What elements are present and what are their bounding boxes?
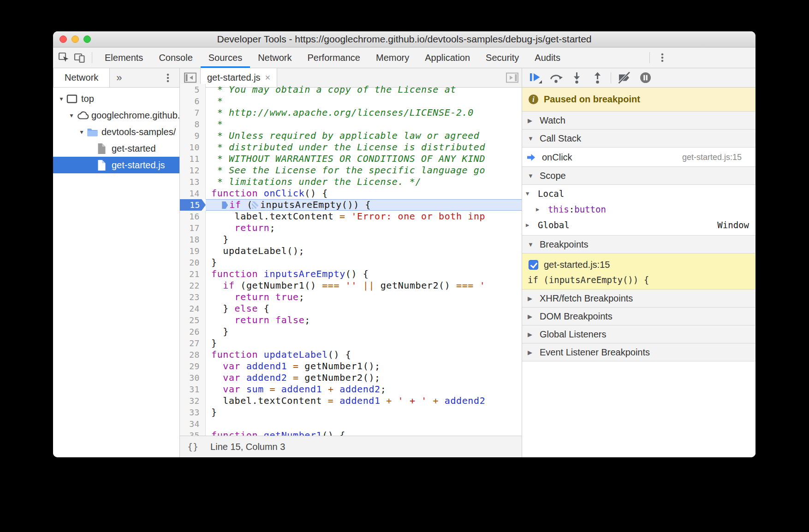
gutter-line-24[interactable]: 24 xyxy=(180,303,206,314)
chevron-down-icon: ▼ xyxy=(528,135,540,142)
gutter-line-29[interactable]: 29 xyxy=(180,361,206,372)
frame-icon xyxy=(66,94,81,104)
code-line-text: * Unless required by applicable law or a… xyxy=(206,130,522,142)
minimize-button[interactable] xyxy=(71,35,79,43)
pause-on-exceptions-icon[interactable] xyxy=(638,71,653,84)
gutter-line-20[interactable]: 20 xyxy=(180,257,206,268)
code-line-text: return false; xyxy=(206,314,522,326)
section-header-global-listeners[interactable]: ▶Global Listeners xyxy=(522,325,755,343)
section-header-breakpoints[interactable]: ▼Breakpoints xyxy=(522,235,755,254)
gutter-line-25[interactable]: 25 xyxy=(180,314,206,326)
code-line-25: 25 return false; xyxy=(180,314,522,326)
gutter-line-28[interactable]: 28 xyxy=(180,349,206,361)
tab-performance[interactable]: Performance xyxy=(300,47,369,68)
gutter-line-17[interactable]: 17 xyxy=(180,222,206,234)
code-line-text: label.textContent = addend1 + ' + ' + ad… xyxy=(206,395,522,407)
section-header-dom-breakpoints[interactable]: ▶DOM Breakpoints xyxy=(522,307,755,325)
gutter-line-12[interactable]: 12 xyxy=(180,165,206,176)
deactivate-breakpoints-icon[interactable] xyxy=(617,71,632,84)
tree-item-label: get-started xyxy=(112,143,156,154)
pretty-print-icon[interactable]: {} xyxy=(180,441,205,452)
expander-icon[interactable]: ▾ xyxy=(66,112,77,119)
code-token: '' xyxy=(345,280,357,291)
breakpoint-checkbox[interactable] xyxy=(529,260,538,270)
gutter-line-10[interactable]: 10 xyxy=(180,142,206,153)
gutter-line-26[interactable]: 26 xyxy=(180,326,206,337)
close-button[interactable] xyxy=(59,35,67,43)
tree-item-top[interactable]: ▾top xyxy=(53,90,179,107)
expander-icon[interactable]: ▾ xyxy=(56,95,66,102)
tab-security[interactable]: Security xyxy=(478,47,527,68)
tab-application[interactable]: Application xyxy=(417,47,478,68)
gutter-line-9[interactable]: 9 xyxy=(180,130,206,142)
section-header-xhr-fetch-breakpoints[interactable]: ▶XHR/fetch Breakpoints xyxy=(522,289,755,307)
step-over-icon[interactable] xyxy=(548,71,563,84)
code-line-23: 23 return true; xyxy=(180,291,522,303)
gutter-line-32[interactable]: 32 xyxy=(180,395,206,407)
code-editor[interactable]: 5 * You may obtain a copy of the License… xyxy=(180,84,522,436)
close-tab-icon[interactable]: × xyxy=(265,72,271,83)
code-token: } xyxy=(211,326,229,337)
code-editor-pane: get-started.js × 5 * You may obtain a co… xyxy=(180,68,522,457)
gutter-line-23[interactable]: 23 xyxy=(180,291,206,303)
breakpoint-entry[interactable]: get-started.js:15if (inputsAreEmpty()) { xyxy=(522,254,755,290)
gutter-line-11[interactable]: 11 xyxy=(180,153,206,165)
zoom-button[interactable] xyxy=(83,35,91,43)
gutter-line-15[interactable]: 15 xyxy=(180,199,206,211)
scope-group-local[interactable]: ▼Local xyxy=(522,186,755,201)
tab-memory[interactable]: Memory xyxy=(368,47,417,68)
code-line-27: 27} xyxy=(180,337,522,349)
gutter-line-27[interactable]: 27 xyxy=(180,337,206,349)
resume-icon[interactable] xyxy=(528,71,542,84)
inspect-icon[interactable] xyxy=(56,47,71,68)
code-line-22: 22 if (getNumber1() === '' || getNumber2… xyxy=(180,280,522,291)
tab-sources[interactable]: Sources xyxy=(201,47,250,68)
gutter-line-6[interactable]: 6 xyxy=(180,95,206,107)
section-header-call-stack[interactable]: ▼Call Stack xyxy=(522,129,755,148)
tree-item-get-started-js[interactable]: get-started.js xyxy=(53,157,179,173)
gutter-line-31[interactable]: 31 xyxy=(180,384,206,395)
gutter-line-18[interactable]: 18 xyxy=(180,234,206,245)
gutter-line-34[interactable]: 34 xyxy=(180,418,206,430)
expander-icon[interactable]: ▾ xyxy=(77,128,87,136)
gutter-line-8[interactable]: 8 xyxy=(180,118,206,130)
more-tabs-button[interactable]: » xyxy=(110,68,128,87)
section-label: DOM Breakpoints xyxy=(540,311,613,322)
gutter-line-14[interactable]: 14 xyxy=(180,188,206,199)
code-token xyxy=(269,314,275,325)
tree-item-devtools-samples[interactable]: ▾devtools-samples/ xyxy=(53,124,179,140)
gutter-line-7[interactable]: 7 xyxy=(180,107,206,118)
tab-audits[interactable]: Audits xyxy=(527,47,568,68)
device-toolbar-icon[interactable] xyxy=(71,47,87,68)
tab-console[interactable]: Console xyxy=(151,47,200,68)
code-line-5: 5 * You may obtain a copy of the License… xyxy=(180,84,522,95)
gutter-line-5[interactable]: 5 xyxy=(180,84,206,95)
tab-elements[interactable]: Elements xyxy=(97,47,151,68)
gutter-line-21[interactable]: 21 xyxy=(180,268,206,280)
gutter-line-33[interactable]: 33 xyxy=(180,407,206,418)
code-line-text: updateLabel(); xyxy=(206,245,522,257)
callstack-frame[interactable]: onClickget-started.js:15 xyxy=(522,148,755,167)
gutter-line-30[interactable]: 30 xyxy=(180,372,206,384)
step-out-icon[interactable] xyxy=(590,71,605,84)
section-header-event-listener-breakpoints[interactable]: ▶Event Listener Breakpoints xyxy=(522,343,755,361)
gutter-line-13[interactable]: 13 xyxy=(180,176,206,188)
scope-group-global[interactable]: ▶GlobalWindow xyxy=(522,217,755,233)
step-into-icon[interactable] xyxy=(569,71,584,84)
section-header-scope[interactable]: ▼Scope xyxy=(522,166,755,185)
code-token: () { xyxy=(328,349,351,360)
scope-variable-this[interactable]: ▶this: button xyxy=(522,201,755,217)
code-line-text: function inputsAreEmpty() { xyxy=(206,268,522,280)
more-menu-icon[interactable] xyxy=(160,72,176,84)
tab-network[interactable]: Network xyxy=(250,47,299,68)
more-menu-icon[interactable] xyxy=(654,52,670,64)
gutter-line-22[interactable]: 22 xyxy=(180,280,206,291)
gutter-line-19[interactable]: 19 xyxy=(180,245,206,257)
section-header-watch[interactable]: ▶Watch xyxy=(522,111,755,130)
gutter-line-35[interactable]: 35 xyxy=(180,430,206,436)
tree-item-get-started[interactable]: get-started xyxy=(53,140,179,157)
gutter-line-16[interactable]: 16 xyxy=(180,211,206,222)
tab-network[interactable]: Network xyxy=(53,68,110,87)
code-line-30: 30 var addend2 = getNumber2(); xyxy=(180,372,522,384)
tree-item-googlechrome-github-io[interactable]: ▾googlechrome.github.io xyxy=(53,107,179,124)
